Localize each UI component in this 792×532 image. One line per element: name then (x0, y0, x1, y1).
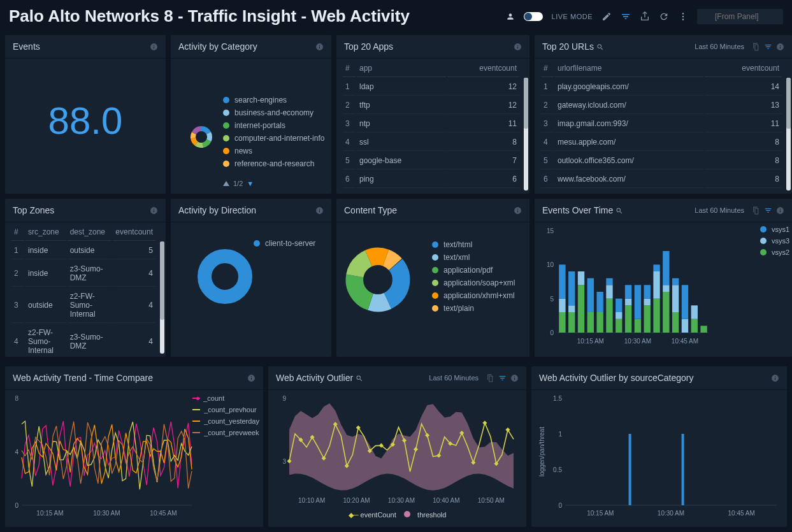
svg-text:10: 10 (547, 261, 554, 268)
table-row[interactable]: 7web-browsing6 (343, 189, 519, 194)
svg-rect-40 (616, 319, 622, 333)
legend-dot (223, 161, 229, 167)
table-row[interactable]: 3outsidez2-FW-Sumo-Internal4 (11, 288, 155, 323)
svg-text:8: 8 (15, 395, 18, 402)
search-icon[interactable] (616, 207, 623, 215)
search-icon[interactable] (596, 43, 604, 51)
svg-text:10:30 AM: 10:30 AM (93, 510, 120, 517)
table-row[interactable]: 1play.googleapis.com/14 (541, 78, 782, 96)
table-row[interactable]: 3imap.gmail.com:993/11 (541, 115, 782, 133)
svg-rect-64 (691, 319, 698, 333)
svg-rect-53 (653, 271, 659, 299)
scrollbar[interactable] (786, 78, 791, 191)
svg-point-1 (682, 15, 684, 17)
filter-icon[interactable] (498, 374, 507, 382)
svg-rect-62 (682, 319, 688, 333)
filter-icon[interactable] (764, 43, 772, 51)
svg-text:1.5: 1.5 (553, 395, 562, 402)
info-icon[interactable] (150, 206, 158, 215)
legend-line (192, 409, 200, 410)
more-icon[interactable] (678, 11, 688, 22)
panel-top-urls: Top 20 URLs Last 60 Minutes # urlorfilen… (535, 35, 792, 194)
header-controls: LIVE MODE (506, 9, 783, 24)
svg-text:0: 0 (558, 502, 562, 509)
live-mode-toggle[interactable] (524, 12, 543, 21)
panel-title: Events (13, 41, 146, 52)
scrollbar[interactable] (524, 78, 528, 191)
filter-icon[interactable] (764, 206, 772, 215)
copy-icon[interactable] (752, 43, 760, 51)
svg-rect-114 (682, 434, 684, 505)
info-icon[interactable] (510, 374, 519, 382)
info-icon[interactable] (150, 43, 158, 51)
top-zones-table: # src_zone dest_zone eventcount 1insideo… (10, 222, 157, 357)
content-type-legend: text/html text/xml application/pdf appli… (432, 238, 515, 315)
info-icon[interactable] (315, 43, 324, 51)
svg-rect-37 (606, 299, 612, 333)
legend-dot (760, 238, 767, 244)
svg-rect-33 (587, 278, 594, 312)
time-range-input[interactable] (697, 9, 783, 24)
table-row[interactable]: 6www.facebook.com/8 (541, 171, 782, 188)
svg-rect-43 (625, 305, 631, 333)
svg-rect-42 (616, 299, 622, 312)
info-icon[interactable] (776, 43, 784, 51)
search-icon[interactable] (356, 375, 363, 382)
copy-icon[interactable] (752, 206, 760, 215)
panel-title: Content Type (344, 205, 510, 215)
page-title: Palo Alto Networks 8 - Traffic Insight -… (9, 6, 506, 26)
svg-text:0: 0 (550, 329, 554, 336)
panel-top-apps: Top 20 Apps # app eventcount 1ldap122tft… (336, 35, 529, 194)
info-icon[interactable] (514, 206, 522, 215)
svg-rect-39 (606, 278, 612, 285)
filter-icon[interactable] (621, 11, 631, 22)
table-row[interactable]: 5outlook.office365.com/8 (541, 152, 782, 169)
table-row[interactable]: 2gateway.icloud.com/13 (541, 97, 782, 114)
edit-icon[interactable] (601, 11, 612, 22)
svg-rect-38 (606, 285, 612, 298)
user-icon (506, 12, 515, 21)
triangle-down-icon[interactable]: ▼ (247, 180, 254, 187)
svg-rect-28 (578, 285, 584, 333)
info-icon[interactable] (247, 374, 256, 382)
table-row[interactable]: 2insidez3-Sumo-DMZ4 (11, 261, 155, 287)
table-row[interactable]: 1ldap12 (343, 78, 519, 96)
svg-text:9: 9 (282, 395, 286, 402)
refresh-icon[interactable] (659, 11, 669, 22)
panel-title: Top 20 URLs (542, 41, 695, 52)
svg-text:10:30 AM: 10:30 AM (658, 510, 684, 517)
table-row[interactable]: 2tftp12 (343, 97, 519, 114)
info-icon[interactable] (776, 206, 784, 215)
table-row[interactable]: 7graph.facebook.com/7 (541, 189, 782, 194)
table-row[interactable]: 4z2-FW-Sumo-Internalz3-Sumo-DMZ4 (11, 324, 155, 357)
table-row[interactable]: 4ssl8 (343, 134, 519, 151)
table-row[interactable]: 5google-base7 (343, 152, 519, 169)
info-icon[interactable] (315, 206, 324, 215)
svg-rect-67 (700, 326, 707, 333)
svg-text:10:15 AM: 10:15 AM (577, 338, 604, 345)
outlier-chart: 3910:10 AM10:20 AM10:30 AM10:40 AM10:50 … (273, 395, 519, 507)
svg-text:10:50 AM: 10:50 AM (478, 497, 505, 504)
legend-pager[interactable]: 1/2 ▼ (223, 180, 254, 187)
category-donut-chart (190, 126, 213, 148)
table-row[interactable]: 3ntp11 (343, 115, 519, 133)
svg-rect-46 (635, 319, 641, 333)
panel-activity-direction: Activity by Direction client-to-server (171, 199, 331, 357)
table-row[interactable]: 6ping6 (343, 171, 519, 188)
live-mode-label: LIVE MODE (552, 13, 593, 20)
legend-dot (760, 249, 767, 255)
time-range-input-wrap[interactable] (697, 9, 783, 24)
share-icon[interactable] (640, 11, 650, 22)
table-row[interactable]: 1insideoutside5 (11, 242, 155, 259)
svg-text:10:15 AM: 10:15 AM (36, 510, 63, 517)
svg-rect-36 (596, 292, 603, 312)
top-apps-table: # app eventcount 1ldap122tftp123ntp114ss… (342, 59, 521, 194)
info-icon[interactable] (514, 43, 522, 51)
scrollbar[interactable] (160, 241, 164, 354)
copy-icon[interactable] (486, 374, 494, 382)
svg-rect-27 (568, 271, 575, 305)
panel-events: Events 88.0 (5, 35, 166, 194)
svg-point-0 (682, 13, 684, 15)
table-row[interactable]: 4mesu.apple.com/8 (541, 134, 782, 151)
info-icon[interactable] (771, 374, 779, 382)
